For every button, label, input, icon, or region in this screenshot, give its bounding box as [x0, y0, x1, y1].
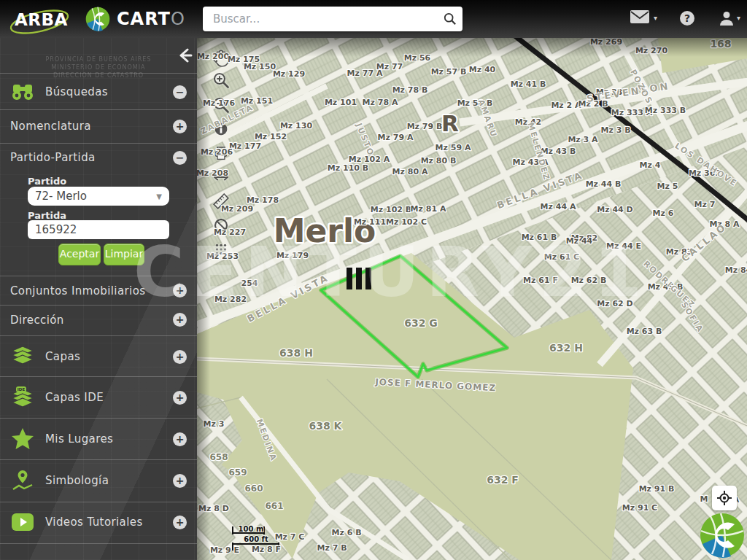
- map-label: Mz 151: [241, 96, 273, 106]
- sidebar-item-partido-partida[interactable]: Partido-Partida −: [0, 144, 197, 171]
- map-label: Mz 177: [229, 141, 261, 151]
- map-label: 661: [265, 501, 283, 511]
- svg-text:IDE: IDE: [18, 387, 26, 392]
- map-label: 658: [209, 452, 228, 462]
- map-label: Mz 41 B: [511, 79, 546, 89]
- map-label: R: [441, 110, 459, 136]
- map-label: M: [700, 494, 708, 504]
- expand-icon[interactable]: +: [173, 284, 187, 298]
- binoculars-icon: [7, 83, 38, 101]
- expand-icon[interactable]: +: [173, 313, 187, 327]
- map-label: 638 H: [279, 347, 313, 359]
- sidebar-item-label: Capas IDE: [45, 391, 104, 404]
- map-label: 632 F: [487, 474, 519, 486]
- map-label: Mz 111: [354, 217, 386, 227]
- sidebar-item-label: Nomenclatura: [10, 120, 91, 133]
- collapse-sidebar-arrow-icon[interactable]: [177, 47, 194, 64]
- scale-imperial-label: 600 ft: [244, 535, 268, 543]
- map-label: Mz 208: [197, 168, 228, 178]
- map-label: Mz 84: [725, 265, 747, 275]
- sidebar-item-busquedas[interactable]: Búsquedas −: [0, 76, 197, 108]
- sidebar-item-conjuntos-inmobiliarios[interactable]: Conjuntos Inmobiliarios +: [0, 277, 197, 304]
- partido-selected-value: 72- Merlo: [35, 190, 87, 203]
- map-label: Mz 209: [221, 204, 253, 214]
- play-video-icon: [7, 513, 38, 531]
- sidebar-item-label: Mis Lugares: [45, 432, 113, 446]
- user-caret-icon[interactable]: ▾: [737, 14, 740, 22]
- map-label: Mz 61 B: [522, 233, 557, 242]
- expand-icon[interactable]: +: [173, 391, 187, 405]
- limpiar-button[interactable]: Limpiar: [104, 244, 144, 265]
- map-label: Mz 91 C: [622, 503, 657, 513]
- map-label: Mz 3 B: [600, 125, 630, 135]
- search-icon[interactable]: [438, 7, 462, 31]
- sidebar-item-capas[interactable]: Capas +: [0, 338, 197, 375]
- map-label: Mz 2 A: [551, 101, 581, 110]
- map-label: Mz 102 B: [371, 205, 411, 214]
- map-label: Mz 61 F: [523, 276, 558, 285]
- partida-label: Partida: [28, 210, 66, 221]
- map-label: Mz 6 B: [331, 528, 361, 537]
- station-bars: [347, 268, 371, 289]
- sidebar-item-label: Simbología: [45, 474, 109, 487]
- sidebar-item-label: Capas: [45, 350, 80, 363]
- expand-icon[interactable]: +: [173, 474, 187, 488]
- map-label: Mz 62 D: [597, 299, 632, 308]
- map-label: Mz 7 B: [317, 543, 347, 553]
- sidebar-item-capas-ide[interactable]: IDE Capas IDE +: [0, 379, 197, 416]
- map-label: Mz 91 B: [639, 484, 675, 494]
- map-label: Mz 77: [376, 62, 403, 71]
- expand-icon[interactable]: +: [173, 350, 187, 364]
- search-input[interactable]: [212, 12, 438, 26]
- map-label: 254: [241, 279, 258, 288]
- map-label: Mz 8 F: [252, 545, 281, 554]
- sidebar-item-direccion[interactable]: Dirección +: [0, 306, 197, 333]
- map-label: Mz 8 D: [198, 504, 229, 513]
- user-icon[interactable]: [719, 10, 735, 29]
- star-icon: [7, 428, 38, 450]
- sidebar-item-nomenclatura[interactable]: Nomenclatura +: [0, 112, 197, 141]
- map-label: 659: [228, 467, 247, 478]
- map-label: Mz 179: [276, 251, 309, 260]
- map-label: Mz 57 B: [431, 67, 467, 77]
- map-label: Mz 129: [273, 69, 305, 79]
- collapse-icon[interactable]: −: [173, 151, 187, 165]
- map-label: Mz 43 B: [541, 147, 576, 156]
- partida-input[interactable]: [28, 220, 169, 239]
- sidebar-item-mis-lugares[interactable]: Mis Lugares +: [0, 421, 197, 456]
- map-label: Mz 59 A: [436, 143, 471, 152]
- map-label: Mz 78 A: [363, 98, 398, 107]
- sidebar-item-simbologia[interactable]: Simbología +: [0, 464, 197, 497]
- collapse-icon[interactable]: −: [173, 85, 187, 99]
- search-bar[interactable]: [203, 7, 462, 31]
- map-label: Mz 44 A: [541, 202, 576, 211]
- map-label: Mz 80 A: [392, 167, 428, 176]
- layers-ide-icon: IDE: [7, 386, 38, 408]
- locate-me-button[interactable]: [712, 486, 737, 510]
- expand-icon[interactable]: +: [173, 120, 187, 133]
- map-label: Mz 63 B: [627, 327, 662, 336]
- sidebar-item-videos-tutoriales[interactable]: Videos Tutoriales +: [0, 505, 197, 539]
- map-label: Mz 176: [203, 98, 235, 108]
- aceptar-button[interactable]: Aceptar: [58, 244, 101, 265]
- expand-icon[interactable]: +: [173, 516, 187, 529]
- map-label: Mz 130: [280, 121, 312, 131]
- expand-icon[interactable]: +: [173, 432, 187, 446]
- map-canvas[interactable]: 100 m 600 ft: [197, 38, 747, 560]
- map-label: Mz 79 B: [407, 122, 443, 131]
- map-label: Mz 270: [635, 46, 667, 55]
- map-label: Mz 102 C: [386, 217, 427, 227]
- sidebar-item-label: Búsquedas: [45, 85, 108, 98]
- partido-label: Partido: [28, 176, 66, 187]
- map-label: Mz 44 B: [586, 179, 622, 189]
- mail-caret-icon[interactable]: ▾: [654, 14, 657, 22]
- map-label: 638 K: [309, 420, 343, 432]
- partido-select[interactable]: 72- Merlo ▼: [28, 187, 169, 206]
- map-label: 660: [244, 483, 263, 494]
- map-label: Mz 80 B: [421, 156, 457, 166]
- carto-logo: CARTO: [85, 5, 185, 33]
- map-label: Mz 206: [201, 147, 233, 157]
- map-label: Mz 9 E: [210, 545, 239, 555]
- mail-icon[interactable]: [630, 10, 649, 27]
- help-icon[interactable]: ?: [679, 10, 695, 29]
